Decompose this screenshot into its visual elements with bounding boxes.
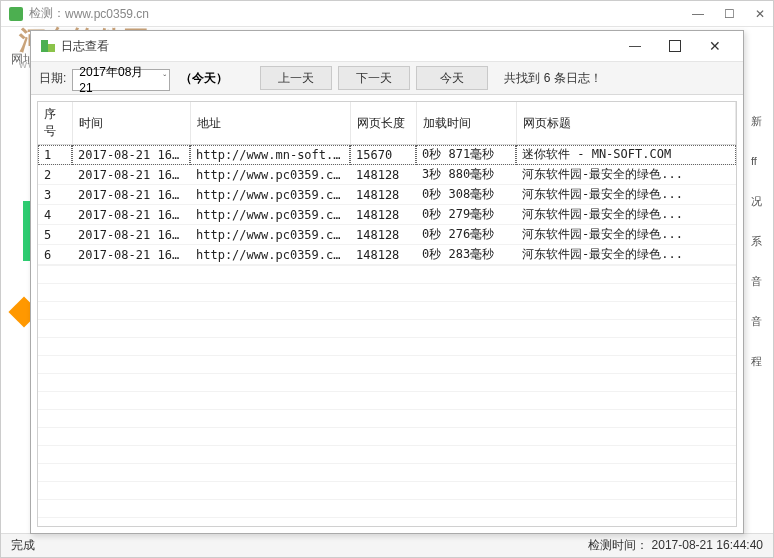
log-viewer-dialog: 日志查看 日期: 2017年08月21 ˇ （今天） 上一天 下一天 今天 共找… <box>30 30 744 534</box>
cell-load: 0秒 308毫秒 <box>416 185 516 205</box>
cell-time: 2017-08-21 16:4... <box>72 245 190 265</box>
cell-idx: 2 <box>38 165 72 185</box>
cell-url: http://www.pc0359.cn/ <box>190 165 350 185</box>
col-header-time[interactable]: 时间 <box>72 102 190 145</box>
dialog-close-button[interactable] <box>695 32 735 60</box>
cell-load: 0秒 279毫秒 <box>416 205 516 225</box>
col-header-url[interactable]: 地址 <box>190 102 350 145</box>
table-row[interactable]: 22017-08-21 16:3...http://www.pc0359.cn/… <box>38 165 736 185</box>
cell-idx: 3 <box>38 185 72 205</box>
cell-time: 2017-08-21 16:3... <box>72 165 190 185</box>
cell-len: 148128 <box>350 225 416 245</box>
cell-time: 2017-08-21 16:4... <box>72 185 190 205</box>
table-row[interactable]: 12017-08-21 16:3...http://www.mn-soft.co… <box>38 145 736 165</box>
cell-load: 0秒 276毫秒 <box>416 225 516 245</box>
status-left: 完成 <box>11 537 35 554</box>
log-table-container: 序号 时间 地址 网页长度 加载时间 网页标题 12017-08-21 16:3… <box>37 101 737 527</box>
result-count: 6 <box>540 71 553 85</box>
status-time-label: 检测时间： <box>588 538 648 552</box>
table-row[interactable]: 52017-08-21 16:4...http://www.pc0359.cn/… <box>38 225 736 245</box>
log-table: 序号 时间 地址 网页长度 加载时间 网页标题 12017-08-21 16:3… <box>38 102 736 265</box>
cell-len: 15670 <box>350 145 416 165</box>
cell-title: 迷你软件 - MN-SOFT.COM <box>516 145 736 165</box>
prev-day-button[interactable]: 上一天 <box>260 66 332 90</box>
frag: ff <box>751 141 771 181</box>
dialog-icon <box>39 38 55 54</box>
cell-idx: 4 <box>38 205 72 225</box>
today-button[interactable]: 今天 <box>416 66 488 90</box>
table-row[interactable]: 32017-08-21 16:4...http://www.pc0359.cn/… <box>38 185 736 205</box>
cell-len: 148128 <box>350 185 416 205</box>
table-body: 12017-08-21 16:3...http://www.mn-soft.co… <box>38 145 736 265</box>
result-count-text: 共找到 6 条日志！ <box>504 70 601 87</box>
status-right: 检测时间： 2017-08-21 16:44:40 <box>588 537 763 554</box>
cell-idx: 5 <box>38 225 72 245</box>
dialog-minimize-button[interactable] <box>615 32 655 60</box>
table-row[interactable]: 42017-08-21 16:4...http://www.pc0359.cn/… <box>38 205 736 225</box>
frag: 音 <box>751 261 771 301</box>
result-prefix: 共找到 <box>504 71 540 85</box>
cell-idx: 1 <box>38 145 72 165</box>
date-input[interactable]: 2017年08月21 <box>72 69 170 91</box>
today-label: （今天） <box>180 70 228 87</box>
frag: 音 <box>751 301 771 341</box>
col-header-loadtime[interactable]: 加载时间 <box>416 102 516 145</box>
cell-url: http://www.pc0359.cn/ <box>190 205 350 225</box>
cell-url: http://www.pc0359.cn/ <box>190 185 350 205</box>
date-label: 日期: <box>39 70 66 87</box>
main-title-prefix: 检测： <box>29 5 65 22</box>
minimize-icon[interactable]: — <box>692 7 704 21</box>
cell-len: 148128 <box>350 205 416 225</box>
table-row[interactable]: 62017-08-21 16:4...http://www.pc0359.cn/… <box>38 245 736 265</box>
frag: 程 <box>751 341 771 381</box>
cell-title: 河东软件园-最安全的绿色... <box>516 205 736 225</box>
main-window-controls: — ☐ ✕ <box>692 7 765 21</box>
dialog-titlebar[interactable]: 日志查看 <box>31 31 743 61</box>
app-icon <box>9 7 23 21</box>
cell-len: 148128 <box>350 165 416 185</box>
cell-time: 2017-08-21 16:4... <box>72 205 190 225</box>
dialog-toolbar: 日期: 2017年08月21 ˇ （今天） 上一天 下一天 今天 共找到 6 条… <box>31 61 743 95</box>
col-header-index[interactable]: 序号 <box>38 102 72 145</box>
date-picker[interactable]: 2017年08月21 ˇ <box>72 65 170 91</box>
cell-title: 河东软件园-最安全的绿色... <box>516 185 736 205</box>
empty-rows-area <box>38 265 736 526</box>
cell-title: 河东软件园-最安全的绿色... <box>516 165 736 185</box>
cell-len: 148128 <box>350 245 416 265</box>
cell-time: 2017-08-21 16:4... <box>72 225 190 245</box>
cell-title: 河东软件园-最安全的绿色... <box>516 245 736 265</box>
bg-right-fragments: 新 ff 况 系 音 音 程 <box>751 101 771 381</box>
cell-load: 3秒 880毫秒 <box>416 165 516 185</box>
frag: 况 <box>751 181 771 221</box>
dialog-title: 日志查看 <box>61 38 109 55</box>
col-header-length[interactable]: 网页长度 <box>350 102 416 145</box>
result-suffix: 条日志！ <box>554 71 602 85</box>
cell-load: 0秒 283毫秒 <box>416 245 516 265</box>
cell-url: http://www.pc0359.cn/ <box>190 225 350 245</box>
cell-title: 河东软件园-最安全的绿色... <box>516 225 736 245</box>
col-header-title[interactable]: 网页标题 <box>516 102 736 145</box>
next-day-button[interactable]: 下一天 <box>338 66 410 90</box>
main-title-url: www.pc0359.cn <box>65 7 149 21</box>
maximize-icon[interactable]: ☐ <box>724 7 735 21</box>
close-icon[interactable]: ✕ <box>755 7 765 21</box>
frag: 系 <box>751 221 771 261</box>
cell-time: 2017-08-21 16:3... <box>72 145 190 165</box>
cell-load: 0秒 871毫秒 <box>416 145 516 165</box>
cell-idx: 6 <box>38 245 72 265</box>
table-header-row: 序号 时间 地址 网页长度 加载时间 网页标题 <box>38 102 736 145</box>
frag: 新 <box>751 101 771 141</box>
dialog-maximize-button[interactable] <box>655 32 695 60</box>
status-bar: 完成 检测时间： 2017-08-21 16:44:40 <box>1 533 773 557</box>
cell-url: http://www.pc0359.cn/ <box>190 245 350 265</box>
cell-url: http://www.mn-soft.com/ <box>190 145 350 165</box>
dialog-window-buttons <box>615 32 735 60</box>
status-time-value: 2017-08-21 16:44:40 <box>652 538 763 552</box>
